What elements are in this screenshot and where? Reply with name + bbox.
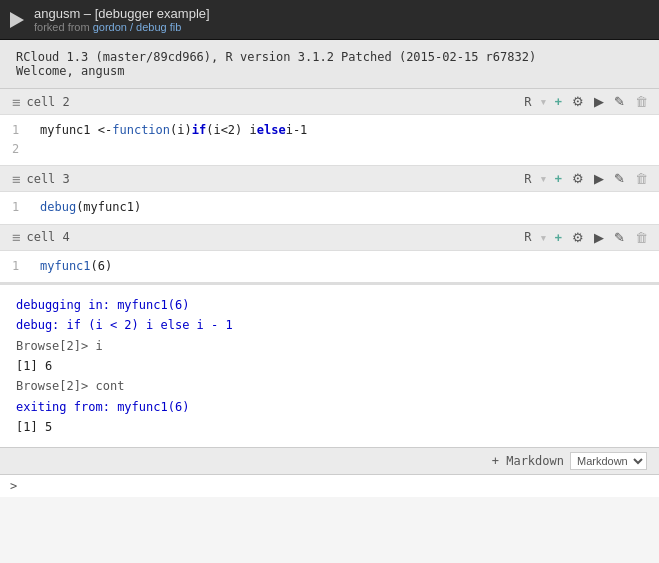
- titlebar: angusm – [debugger example] forked from …: [0, 0, 659, 40]
- gear-icon: ⚙: [572, 94, 584, 109]
- cell-2-gear-button[interactable]: ⚙: [569, 93, 587, 110]
- cell-3-gear-button[interactable]: ⚙: [569, 170, 587, 187]
- cell-3-label: cell 3: [26, 172, 69, 186]
- welcome-banner: RCloud 1.3 (master/89cd966), R version 3…: [0, 40, 659, 89]
- trash-icon-3: 🗑: [635, 171, 648, 186]
- cell-3-lang: R: [520, 171, 535, 187]
- app-title: angusm – [debugger example]: [34, 6, 210, 21]
- cell-4-trash-button[interactable]: 🗑: [632, 229, 651, 246]
- cell-3-title: ≡ cell 3: [12, 171, 70, 187]
- edit-icon-3: ✎: [614, 171, 625, 186]
- plus-markdown-label: + Markdown: [492, 454, 564, 468]
- title-text: angusm – [debugger example] forked from …: [34, 6, 210, 33]
- hamburger-icon-4[interactable]: ≡: [12, 229, 20, 245]
- console-input[interactable]: [23, 479, 649, 493]
- play-icon-4: ▶: [594, 230, 604, 245]
- cell-2-add-button[interactable]: +: [551, 93, 565, 110]
- trash-icon: 🗑: [635, 94, 648, 109]
- cell-3-header: ≡ cell 3 R ▾ + ⚙ ▶ ✎ 🗑: [0, 166, 659, 192]
- cell-2-label: cell 2: [26, 95, 69, 109]
- gear-icon-4: ⚙: [572, 230, 584, 245]
- code-line-1: 1 myfunc1 <- function(i) if(i<2) i else …: [40, 121, 653, 140]
- play-icon: [10, 12, 24, 28]
- out-line-1: debugging in: myfunc1(6): [16, 295, 643, 315]
- code-line-3-1: 1 debug(myfunc1): [40, 198, 653, 217]
- cell-4-add-button[interactable]: +: [551, 229, 565, 246]
- out-line-6: exiting from: myfunc1(6): [16, 397, 643, 417]
- cell-3-controls: R ▾ + ⚙ ▶ ✎ 🗑: [520, 170, 651, 187]
- cell-3-trash-button[interactable]: 🗑: [632, 170, 651, 187]
- out-line-4: [1] 6: [16, 356, 643, 376]
- trash-icon-4: 🗑: [635, 230, 648, 245]
- main-area: RCloud 1.3 (master/89cd966), R version 3…: [0, 40, 659, 563]
- cell-3-edit-button[interactable]: ✎: [611, 170, 628, 187]
- add-icon-3: +: [554, 171, 562, 186]
- hamburger-icon-3[interactable]: ≡: [12, 171, 20, 187]
- cell-4-gear-button[interactable]: ⚙: [569, 229, 587, 246]
- cell-4-lang: R: [520, 229, 535, 245]
- cell-4-title: ≡ cell 4: [12, 229, 70, 245]
- cell-2-code: 1 myfunc1 <- function(i) if(i<2) i else …: [0, 115, 659, 165]
- edit-icon-4: ✎: [614, 230, 625, 245]
- out-line-3: Browse[2]> i: [16, 336, 643, 356]
- output-area: debugging in: myfunc1(6) debug: if (i < …: [0, 283, 659, 448]
- code-line-2: 2: [40, 140, 653, 159]
- app-subtitle: forked from gordon / debug fib: [34, 21, 210, 33]
- cell-4-controls: R ▾ + ⚙ ▶ ✎ 🗑: [520, 229, 651, 246]
- play-icon-3: ▶: [594, 171, 604, 186]
- cell-3: ≡ cell 3 R ▾ + ⚙ ▶ ✎ 🗑 1 debug(myfunc1): [0, 166, 659, 224]
- input-prompt: >: [10, 479, 17, 493]
- cell-2-play-button[interactable]: ▶: [591, 93, 607, 110]
- cell-3-code: 1 debug(myfunc1): [0, 192, 659, 223]
- cell-4-play-button[interactable]: ▶: [591, 229, 607, 246]
- cell-2-trash-button[interactable]: 🗑: [632, 93, 651, 110]
- cell-2-divider: ▾: [540, 94, 548, 109]
- out-line-5: Browse[2]> cont: [16, 376, 643, 396]
- welcome-line1: RCloud 1.3 (master/89cd966), R version 3…: [16, 50, 643, 64]
- cell-3-divider: ▾: [540, 171, 548, 186]
- code-line-4-1: 1 myfunc1(6): [40, 257, 653, 276]
- add-icon: +: [554, 94, 562, 109]
- out-line-7: [1] 5: [16, 417, 643, 437]
- markdown-select[interactable]: Markdown: [570, 452, 647, 470]
- cell-4-header: ≡ cell 4 R ▾ + ⚙ ▶ ✎ 🗑: [0, 225, 659, 251]
- gear-icon-3: ⚙: [572, 171, 584, 186]
- cell-4-code: 1 myfunc1(6): [0, 251, 659, 282]
- welcome-line2: Welcome, angusm: [16, 64, 643, 78]
- fork-link[interactable]: gordon / debug fib: [93, 21, 182, 33]
- cell-4-divider: ▾: [540, 230, 548, 245]
- out-line-2: debug: if (i < 2) i else i - 1: [16, 315, 643, 335]
- hamburger-icon[interactable]: ≡: [12, 94, 20, 110]
- cell-2-edit-button[interactable]: ✎: [611, 93, 628, 110]
- cell-2: ≡ cell 2 R ▾ + ⚙ ▶ ✎ 🗑 1 myfunc1 <- func…: [0, 89, 659, 166]
- cell-3-play-button[interactable]: ▶: [591, 170, 607, 187]
- input-row: >: [0, 475, 659, 497]
- cell-4-label: cell 4: [26, 230, 69, 244]
- markdown-bar: + Markdown Markdown: [0, 447, 659, 475]
- cell-2-controls: R ▾ + ⚙ ▶ ✎ 🗑: [520, 93, 651, 110]
- edit-icon: ✎: [614, 94, 625, 109]
- add-icon-4: +: [554, 230, 562, 245]
- cell-2-title: ≡ cell 2: [12, 94, 70, 110]
- play-icon-2: ▶: [594, 94, 604, 109]
- cell-2-header: ≡ cell 2 R ▾ + ⚙ ▶ ✎ 🗑: [0, 89, 659, 115]
- cell-4-edit-button[interactable]: ✎: [611, 229, 628, 246]
- cell-4: ≡ cell 4 R ▾ + ⚙ ▶ ✎ 🗑 1 myfunc1(6): [0, 225, 659, 283]
- cell-2-lang: R: [520, 94, 535, 110]
- cell-3-add-button[interactable]: +: [551, 170, 565, 187]
